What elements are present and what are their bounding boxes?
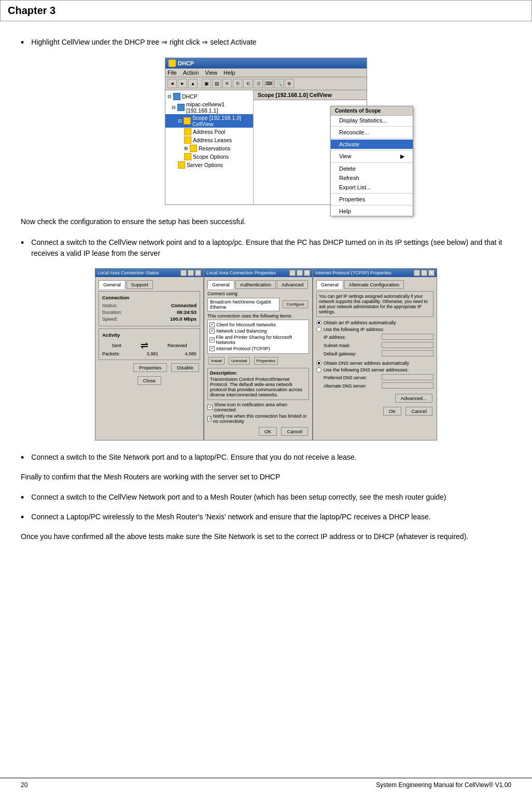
manual-title: System Engineering Manual for CellView® … bbox=[376, 781, 511, 789]
toolbar-btn-9[interactable]: ⊕ bbox=[285, 79, 294, 88]
chapter-header: Chapter 3 bbox=[0, 0, 532, 21]
tcpip-label: Internet Protocol (TCP/IP) bbox=[216, 346, 270, 351]
tree-item-address-pool[interactable]: Address Pool bbox=[165, 128, 253, 136]
dns-fields-group: Preferred DNS server: Alternate DNS serv… bbox=[316, 374, 433, 390]
duration-row: Duration: 06:24:53 bbox=[102, 309, 197, 315]
status-btns-row: Properties Disable bbox=[99, 362, 200, 373]
sep-1 bbox=[331, 126, 413, 127]
tcpip-ok-cancel: OK Cancel bbox=[316, 406, 433, 417]
install-btn[interactable]: Install bbox=[208, 357, 225, 365]
manual-ip-radio[interactable] bbox=[316, 327, 321, 332]
props-tab-general[interactable]: General bbox=[207, 280, 234, 289]
toolbar-btn-up[interactable]: ▲ bbox=[188, 79, 198, 88]
notify-row: Notify me when this connection has limit… bbox=[207, 414, 309, 424]
tree-item-dhcp[interactable]: ⊟ DHCP bbox=[165, 92, 253, 101]
minimize-btn[interactable]: _ bbox=[180, 270, 187, 276]
props-btn-2[interactable]: Properties bbox=[254, 357, 278, 365]
manual-dns-radio[interactable] bbox=[316, 367, 321, 373]
manual-dns-row: Use the following DNS server addresses: bbox=[316, 367, 433, 373]
checkbox-show-icon[interactable] bbox=[207, 405, 213, 410]
para-finally: Finally to confirm that the Mesh Routers… bbox=[21, 472, 511, 483]
tcpip-minimize-btn[interactable]: _ bbox=[414, 270, 420, 276]
tcpip-titlebar: Internet Protocol (TCP/IP) Properties _ … bbox=[313, 269, 437, 277]
connect-using-label: Connect using: bbox=[207, 291, 309, 296]
tree-item-address-leases[interactable]: Address Leases bbox=[165, 136, 253, 144]
props-minimize-btn[interactable]: _ bbox=[289, 270, 296, 276]
tree-item-scope[interactable]: ⊟ Scope [192.168.1.0] CellView bbox=[165, 114, 253, 128]
checkbox-file-print[interactable] bbox=[209, 337, 215, 342]
tree-item-server[interactable]: ⊟ mipac-cellview1 [192.168.1.1] bbox=[165, 101, 253, 114]
toolbar-btn-8[interactable]: 🔍 bbox=[274, 79, 284, 88]
toolbar-btn-3[interactable]: ✕ bbox=[222, 79, 232, 88]
dns-radio-group: Obtain DNS server address automatically … bbox=[316, 361, 433, 390]
bullet-dot-2: • bbox=[21, 238, 24, 249]
activity-group: Activity Sent ⇌ Received Packets: 3,981 … bbox=[99, 328, 200, 360]
toolbar-btn-7[interactable]: ⌨ bbox=[264, 79, 273, 88]
advanced-btn[interactable]: Advanced... bbox=[395, 394, 432, 403]
maximize-btn[interactable]: □ bbox=[188, 270, 194, 276]
toolbar-btn-4[interactable]: ⎘ bbox=[233, 79, 242, 88]
context-menu-activate[interactable]: Activate bbox=[331, 140, 413, 149]
list-item-file-print: File and Printer Sharing for Microsoft N… bbox=[209, 334, 307, 346]
properties-button[interactable]: Properties bbox=[133, 363, 167, 372]
uninstall-btn[interactable]: Uninstall bbox=[229, 357, 250, 365]
dhcp-menu-help[interactable]: Help bbox=[223, 70, 235, 76]
disable-button[interactable]: Disable bbox=[171, 363, 199, 372]
props-ok-btn[interactable]: OK bbox=[259, 427, 277, 436]
tcpip-title: Internet Protocol (TCP/IP) Properties bbox=[315, 270, 391, 275]
lan-status-content: General Support Connection Status: Conne… bbox=[95, 277, 203, 389]
toolbar-btn-1[interactable]: ▣ bbox=[202, 79, 211, 88]
tab-support[interactable]: Support bbox=[127, 280, 153, 289]
dhcp-menu-view[interactable]: View bbox=[205, 70, 217, 76]
description-text: Transmission Control Protocol/Internet P… bbox=[210, 377, 306, 397]
sent-label: Sent bbox=[111, 343, 121, 348]
tcpip-maximize-btn[interactable]: □ bbox=[421, 270, 427, 276]
dhcp-menu-file[interactable]: File bbox=[167, 70, 177, 76]
tree-leases-icon bbox=[184, 136, 191, 144]
context-menu-refresh[interactable]: Refresh bbox=[331, 173, 413, 183]
context-menu-view[interactable]: View▶ bbox=[331, 151, 413, 161]
manual-ip-label: Use the following IP address: bbox=[324, 327, 384, 332]
dhcp-menu-action[interactable]: Action bbox=[183, 70, 199, 76]
auto-dns-radio[interactable] bbox=[316, 361, 321, 366]
tree-label-leases: Address Leases bbox=[193, 137, 232, 143]
dhcp-app-icon bbox=[169, 60, 176, 67]
tab-general[interactable]: General bbox=[99, 280, 125, 289]
tcpip-cancel-btn[interactable]: Cancel bbox=[405, 407, 432, 416]
props-tab-advanced[interactable]: Advanced bbox=[277, 280, 308, 289]
props-close-btn[interactable]: ✕ bbox=[304, 270, 310, 276]
tcpip-tab-alt[interactable]: Alternate Configuration bbox=[344, 280, 404, 289]
context-menu-export[interactable]: Export List... bbox=[331, 183, 413, 192]
toolbar-btn-5[interactable]: ⎗ bbox=[243, 79, 253, 88]
tcpip-ok-btn[interactable]: OK bbox=[383, 407, 402, 416]
context-menu-properties[interactable]: Properties bbox=[331, 195, 413, 204]
gateway-field-row: Default gateway: bbox=[324, 350, 433, 357]
close-button[interactable]: Close bbox=[137, 376, 161, 385]
context-menu-delete[interactable]: Delete bbox=[331, 164, 413, 173]
toolbar-btn-6[interactable]: ⎙ bbox=[254, 79, 263, 88]
props-cancel-btn[interactable]: Cancel bbox=[281, 427, 308, 436]
checkbox-tcpip[interactable] bbox=[209, 346, 215, 351]
tree-item-server-options[interactable]: Server Options bbox=[165, 161, 253, 169]
checkbox-client[interactable] bbox=[209, 322, 215, 327]
toolbar-btn-back[interactable]: ◄ bbox=[167, 79, 177, 88]
configure-btn[interactable]: Configure bbox=[283, 300, 308, 308]
close-btn[interactable]: ✕ bbox=[195, 270, 201, 276]
context-menu-display-stats[interactable]: Display Statistics... bbox=[331, 116, 413, 125]
tcpip-close-btn[interactable]: ✕ bbox=[428, 270, 435, 276]
toolbar-btn-2[interactable]: ▤ bbox=[212, 79, 221, 88]
tree-item-reservations[interactable]: ⊞ Reservations bbox=[165, 144, 253, 153]
tree-label-pool: Address Pool bbox=[193, 129, 225, 135]
auto-ip-radio[interactable] bbox=[316, 320, 321, 325]
tcpip-tab-general[interactable]: General bbox=[316, 280, 343, 289]
alternate-dns-label: Alternate DNS server: bbox=[324, 383, 367, 389]
toolbar-btn-forward[interactable]: ► bbox=[178, 79, 187, 88]
context-menu-help[interactable]: Help bbox=[331, 206, 413, 216]
checkbox-nlb[interactable] bbox=[209, 328, 215, 334]
context-menu-reconcile[interactable]: Reconcile... bbox=[331, 128, 413, 137]
list-item-nlb: Network Load Balancing bbox=[209, 328, 307, 334]
props-maximize-btn[interactable]: □ bbox=[297, 270, 303, 276]
tree-item-scope-options[interactable]: Scope Options bbox=[165, 153, 253, 161]
checkbox-notify[interactable] bbox=[207, 416, 212, 421]
props-tab-auth[interactable]: Authentication bbox=[235, 280, 276, 289]
